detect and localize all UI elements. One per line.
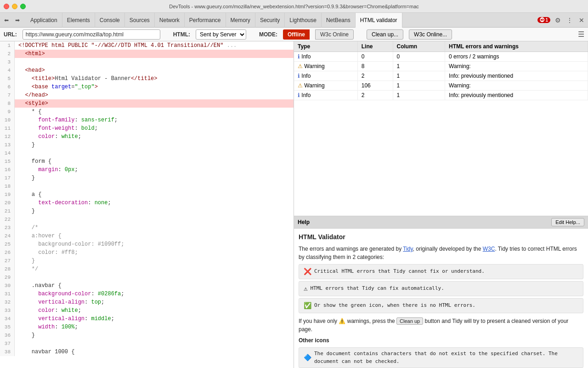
tab-console[interactable]: Console (95, 13, 125, 28)
table-row: 2 <html> (0, 50, 294, 58)
ok-box: ✅ Or show the green icon, when there is … (299, 298, 583, 313)
line-number: 3 (0, 58, 15, 66)
table-row: 12 color: white; (0, 132, 294, 141)
warning-text: HTML errors that Tidy can fix automatica… (310, 285, 444, 293)
tidy-link[interactable]: Tidy (403, 246, 413, 252)
line-content: color: white; (15, 306, 294, 315)
table-row: 27 } (0, 257, 294, 265)
table-row: 8 <style> (0, 99, 294, 108)
line-number: 35 (0, 323, 15, 331)
table-row: 14 (0, 149, 294, 157)
window-title: DevTools - www.gueury.com/mozilla/new_we… (169, 4, 419, 9)
table-row[interactable]: ℹ Info 0 0 0 errors / 2 warnings (294, 52, 588, 62)
tab-memory[interactable]: Memory (226, 13, 255, 28)
line-number: 10 (0, 116, 15, 124)
critical-text: Critical HTML errors that Tidy cannot fi… (314, 268, 485, 276)
line-number: 5 (0, 75, 15, 83)
line-number: 2 (0, 50, 15, 58)
table-row[interactable]: ⚠ Warning 106 1 Warning: isn't allowed i… (294, 81, 588, 91)
error-badge: ⓵ 1 (537, 17, 550, 23)
type-cell: ℹ Info (294, 52, 357, 62)
tab-netbeans[interactable]: NetBeans (322, 13, 356, 28)
line-number: 21 (0, 207, 15, 215)
line-cell: 0 (357, 52, 393, 62)
line-content: /* (15, 224, 294, 232)
warning-icon: ⚠ (298, 82, 303, 89)
line-content: vertical-align: middle; (15, 315, 294, 323)
tab-application[interactable]: Application (26, 13, 62, 28)
line-number: 6 (0, 83, 15, 91)
tab-sources[interactable]: Sources (125, 13, 155, 28)
table-row[interactable]: ℹ Info 2 1 Info: previously mentioned (294, 71, 588, 81)
other-icons-label: Other icons (299, 336, 583, 345)
tab-bar-icons: ⬅ ➡ (2, 16, 22, 25)
line-content (15, 58, 294, 66)
menu-icon[interactable]: ☰ (578, 30, 584, 39)
tab-security[interactable]: Security (255, 13, 285, 28)
table-row: 36 } (0, 331, 294, 339)
code-panel[interactable]: 1<!DOCTYPE html PUBLIC "-//W3C//DTD HTML… (0, 41, 294, 368)
line-number: 23 (0, 224, 15, 232)
maximize-button[interactable] (20, 4, 26, 9)
tab-performance[interactable]: Performance (185, 13, 226, 28)
line-content: form { (15, 157, 294, 166)
line-number: 28 (0, 265, 15, 273)
table-row: 17 } (0, 174, 294, 182)
line-content: <title>Html Validator - Banner</title> (15, 75, 294, 83)
line-number: 32 (0, 298, 15, 306)
line-number: 38 (0, 348, 15, 356)
mode-offline-button[interactable]: Offline (283, 29, 310, 40)
table-row: 9 * { (0, 108, 294, 116)
table-row: 38 navbar 1000 { (0, 348, 294, 356)
table-row: 7 </head> (0, 91, 294, 99)
message-cell: Warning: isn't allowed in <html> element… (445, 62, 588, 71)
info-icon: ℹ (298, 92, 300, 98)
forward-icon[interactable]: ➡ (13, 16, 22, 25)
tab-bar: ⬅ ➡ Application Elements Console Sources… (0, 13, 588, 28)
line-content: navbar 1000 { (15, 348, 294, 356)
line-number: 14 (0, 149, 15, 157)
settings-icon[interactable]: ⚙ (553, 16, 562, 25)
tab-elements[interactable]: Elements (62, 13, 95, 28)
tab-network[interactable]: Network (155, 13, 185, 28)
w3c-online-button[interactable]: W3c Online... (409, 29, 452, 40)
close-button[interactable] (4, 4, 9, 9)
html-select[interactable]: Sent by Server (196, 29, 246, 40)
line-content: color: #ff8; (15, 248, 294, 257)
dock-icon[interactable]: ⋮ (565, 16, 574, 25)
table-row[interactable]: ℹ Info 2 1 Info: previously mentioned (294, 91, 588, 100)
url-input[interactable] (23, 29, 160, 40)
w3c-link[interactable]: W3C (483, 246, 495, 252)
line-content: <head> (15, 66, 294, 75)
help-header: Help Edit Help... (294, 216, 588, 229)
tab-bar-right: ⓵ 1 ⚙ ⋮ ✕ (537, 16, 586, 25)
message-cell: Info: previously mentioned (445, 71, 588, 81)
warning-box: ⚠️ HTML errors that Tidy can fix automat… (299, 281, 583, 296)
window-controls (4, 4, 26, 9)
html-label: HTML: (173, 31, 190, 38)
back-icon[interactable]: ⬅ (2, 16, 11, 25)
tab-lighthouse[interactable]: Lighthouse (285, 13, 322, 28)
minimize-button[interactable] (12, 4, 17, 9)
table-row: 20 text-decoration: none; (0, 199, 294, 207)
table-row: 1<!DOCTYPE html PUBLIC "-//W3C//DTD HTML… (0, 41, 294, 50)
mode-w3c-button[interactable]: W3c Online (315, 29, 354, 40)
close-devtools-icon[interactable]: ✕ (577, 16, 586, 25)
table-row: 3 (0, 58, 294, 66)
line-number: 30 (0, 282, 15, 290)
tab-html-validator[interactable]: HTML validator (356, 13, 402, 28)
warning-note: If you have only ⚠️ warnings, press the … (299, 317, 583, 334)
type-cell: ℹ Info (294, 91, 357, 100)
line-content (15, 149, 294, 157)
charset-box: 🔷 The document contains characters that … (299, 347, 583, 368)
line-number: 15 (0, 157, 15, 166)
table-row: 22 (0, 215, 294, 224)
edit-help-button[interactable]: Edit Help... (551, 218, 584, 226)
col-message: HTML errors and warnings (445, 41, 588, 52)
critical-error-box: ❌ Critical HTML errors that Tidy cannot … (299, 264, 583, 279)
column-cell: 0 (393, 52, 445, 62)
line-content: */ (15, 265, 294, 273)
cleanup-button[interactable]: Clean up... (367, 29, 403, 40)
table-row[interactable]: ⚠ Warning 8 1 Warning: isn't allowed in … (294, 62, 588, 71)
cleanup-inline[interactable]: Clean up (396, 317, 423, 325)
